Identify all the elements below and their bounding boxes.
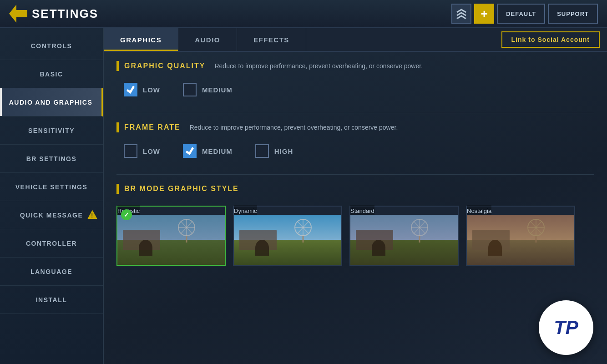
frame-rate-title: FRAME RATE — [124, 123, 181, 131]
medium-label: MEDIUM — [202, 86, 233, 94]
header: SETTINGS + DEFAULT SUPPORT — [0, 0, 607, 28]
fr-high-checkbox[interactable] — [255, 144, 269, 158]
graphic-quality-medium[interactable]: MEDIUM — [183, 83, 233, 96]
card-nostalgia[interactable]: Nostalgia — [466, 206, 575, 266]
sidebar-item-vehicle-settings[interactable]: VEHICLE SETTINGS — [0, 173, 103, 201]
sidebar-item-sensitivity[interactable]: SENSITIVITY — [0, 116, 103, 145]
medium-checkbox[interactable] — [183, 83, 197, 96]
low-label: LOW — [143, 86, 160, 94]
graphic-style-header: BR MODE GRAPHIC STYLE — [116, 184, 594, 194]
back-arrow-icon[interactable] — [9, 5, 27, 23]
frame-rate-medium[interactable]: MEDIUM — [183, 144, 233, 158]
header-right: + DEFAULT SUPPORT — [451, 4, 598, 24]
link-social-button[interactable]: Link to Social Account — [501, 31, 600, 48]
section-bar-icon — [116, 61, 119, 71]
sidebar-item-install[interactable]: INSTALL — [0, 286, 103, 314]
frame-rate-high[interactable]: HIGH — [255, 144, 293, 158]
page-title: SETTINGS — [32, 7, 98, 21]
tab-social-area: Link to Social Account — [501, 28, 600, 51]
watermark-text: TP — [554, 317, 578, 339]
scene-standard — [350, 215, 458, 265]
main-layout: CONTROLS BASIC AUDIO AND GRAPHICS SENSIT… — [0, 28, 607, 364]
card-dynamic-image — [234, 215, 341, 265]
graphic-style-cards: Realistic — [116, 202, 594, 269]
section-bar-2-icon — [116, 122, 119, 132]
graphic-quality-desc: Reduce to improve performance, prevent o… — [214, 62, 423, 70]
fr-medium-checkbox[interactable] — [183, 144, 197, 158]
selected-check-icon — [121, 209, 132, 220]
warning-badge-icon: ! — [87, 210, 97, 220]
card-realistic[interactable]: Realistic — [116, 206, 226, 266]
fr-low-label: LOW — [143, 147, 160, 155]
frame-rate-desc: Reduce to improve performance, prevent o… — [190, 124, 398, 131]
graphic-quality-title: GRAPHIC QUALITY — [124, 62, 205, 70]
frame-rate-options: LOW MEDIUM HIGH — [116, 141, 594, 162]
sidebar-item-audio-graphics[interactable]: AUDIO AND GRAPHICS — [0, 88, 103, 116]
graphic-style-title: BR MODE GRAPHIC STYLE — [124, 185, 239, 193]
content-area: GRAPHICS AUDIO EFFECTS Link to Social Ac… — [104, 28, 607, 364]
rank-icon — [451, 4, 471, 24]
sidebar-item-br-settings[interactable]: BR SETTINGS — [0, 145, 103, 173]
tab-effects[interactable]: EFFECTS — [237, 28, 306, 51]
support-button[interactable]: SUPPORT — [548, 4, 598, 24]
card-nostalgia-image — [467, 215, 574, 265]
card-standard-image — [350, 215, 458, 265]
divider-2 — [116, 174, 594, 175]
watermark: TP — [539, 300, 593, 355]
graphic-style-section: BR MODE GRAPHIC STYLE Realistic — [116, 184, 594, 269]
plus-button[interactable]: + — [474, 4, 494, 24]
sidebar: CONTROLS BASIC AUDIO AND GRAPHICS SENSIT… — [0, 28, 104, 364]
scene-realistic — [117, 215, 225, 265]
card-standard[interactable]: Standard — [349, 206, 459, 266]
rank-chevrons — [455, 9, 468, 19]
graphic-quality-options: LOW MEDIUM — [116, 79, 594, 100]
fr-low-checkbox[interactable] — [124, 144, 137, 158]
section-bar-3-icon — [116, 184, 119, 194]
frame-rate-low[interactable]: LOW — [124, 144, 160, 158]
scene-nostalgia — [467, 215, 574, 265]
sidebar-item-quick-message[interactable]: QUICK MESSAGE ! — [0, 201, 103, 229]
graphic-quality-section: GRAPHIC QUALITY Reduce to improve perfor… — [116, 61, 594, 100]
graphic-quality-low[interactable]: LOW — [124, 83, 160, 96]
svg-text:!: ! — [91, 212, 94, 218]
scene-dynamic — [234, 215, 341, 265]
tab-bar: GRAPHICS AUDIO EFFECTS Link to Social Ac… — [104, 28, 607, 52]
fr-high-label: HIGH — [274, 147, 293, 155]
sidebar-item-basic[interactable]: BASIC — [0, 60, 103, 88]
fr-medium-label: MEDIUM — [202, 147, 233, 155]
card-dynamic[interactable]: Dynamic — [233, 206, 342, 266]
sidebar-item-controls[interactable]: CONTROLS — [0, 32, 103, 60]
frame-rate-header: FRAME RATE Reduce to improve performance… — [116, 122, 594, 132]
low-checkbox[interactable] — [124, 83, 137, 96]
divider-1 — [116, 113, 594, 113]
frame-rate-section: FRAME RATE Reduce to improve performance… — [116, 122, 594, 162]
sidebar-item-language[interactable]: LANGUAGE — [0, 258, 103, 286]
default-button[interactable]: DEFAULT — [497, 4, 545, 24]
sidebar-item-controller[interactable]: CONTROLLER — [0, 229, 103, 258]
card-realistic-image — [117, 215, 225, 265]
header-back: SETTINGS — [9, 5, 98, 23]
tab-graphics[interactable]: GRAPHICS — [104, 28, 178, 51]
tab-audio[interactable]: AUDIO — [178, 28, 237, 51]
settings-content: GRAPHIC QUALITY Reduce to improve perfor… — [104, 52, 607, 364]
check-icon-2 — [186, 147, 194, 155]
graphic-quality-header: GRAPHIC QUALITY Reduce to improve perfor… — [116, 61, 594, 71]
check-icon — [126, 86, 135, 94]
